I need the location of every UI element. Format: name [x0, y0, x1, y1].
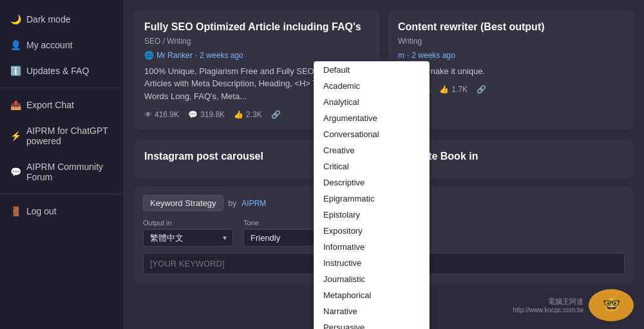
card-seo-author: 🌐 Mr Ranker · 2 weeks ago [144, 51, 370, 60]
thumb-icon: 👍 [234, 110, 243, 119]
sidebar-item-label: AIPRM Community Forum [26, 162, 113, 182]
sidebar-item-updates-faq[interactable]: ℹ️ Updates & FAQ [0, 58, 123, 84]
stat-link: 🔗 [271, 110, 281, 119]
dropdown-item-conversational[interactable]: Conversational [314, 126, 429, 142]
time-label: · [195, 51, 197, 60]
sidebar-item-export-chat[interactable]: 📤 Export Chat [0, 92, 123, 118]
output-wrapper: 繁體中文 ▼ [143, 229, 233, 247]
logout-icon: 🚪 [10, 206, 21, 216]
moon-icon: 🌙 [10, 14, 21, 24]
sidebar-item-label: AIPRM for ChatGPT powered [26, 126, 113, 146]
dropdown-item-epigrammatic[interactable]: Epigrammatic [314, 191, 429, 207]
dropdown-item-informative[interactable]: Informative [314, 239, 429, 255]
sidebar: 🌙 Dark mode 👤 My account ℹ️ Updates & FA… [0, 0, 124, 329]
dropdown-item-critical[interactable]: Critical [314, 158, 429, 174]
user-icon: 👤 [10, 40, 21, 50]
dropdown-item-persuasive[interactable]: Persuasive [314, 319, 429, 329]
card-rewriter-description: ent and make it unique. [398, 65, 623, 78]
time-value: 2 weeks ago [412, 51, 455, 60]
stat-likes: 👍 2.3K [234, 110, 262, 119]
dropdown-item-academic[interactable]: Academic [314, 78, 429, 94]
card-rewriter-stats: 💬 85.7K 👍 1.7K 🔗 [398, 85, 623, 94]
stat-views: 👁 416.9K [144, 110, 179, 119]
stat-comments: 💬 319.8K [188, 110, 225, 119]
watermark-emoji: 🤓 [603, 297, 620, 314]
watermark-container: 電腦王阿達 http://www.kocpc.com.tw 🤓 [513, 289, 634, 321]
keyword-badge: Keyword Strategy [143, 195, 223, 211]
eye-icon: 👁 [144, 110, 152, 119]
sidebar-divider [0, 88, 123, 88]
sidebar-item-label: Export Chat [26, 100, 74, 110]
card-rewriter-category: Writing [398, 37, 623, 46]
output-group: Output in 繁體中文 ▼ [143, 219, 233, 247]
stat-link: 🔗 [477, 85, 486, 94]
link-icon: 🔗 [477, 85, 486, 94]
main-content: Fully SEO Optimized Article including FA… [124, 0, 644, 329]
sidebar-item-label: My account [26, 40, 73, 50]
power-icon: ⚡ [10, 131, 21, 141]
watermark: 電腦王阿達 http://www.kocpc.com.tw 🤓 [513, 289, 634, 321]
comments-value: 319.8K [200, 110, 225, 119]
dropdown-item-epistolary[interactable]: Epistolary [314, 207, 429, 223]
output-select[interactable]: 繁體中文 [143, 229, 233, 247]
card-book-title: omplete Book in [398, 150, 623, 164]
dropdown-item-expository[interactable]: Expository [314, 223, 429, 239]
sidebar-item-dark-mode[interactable]: 🌙 Dark mode [0, 6, 123, 32]
thumb-icon: 👍 [439, 85, 449, 94]
dropdown-item-analytical[interactable]: Analytical [314, 94, 429, 110]
card-rewriter-title: Content rewriter (Best output) [398, 21, 623, 34]
export-icon: 📤 [10, 100, 21, 110]
link-icon: 🔗 [271, 110, 281, 119]
dropdown-item-argumentative[interactable]: Argumentative [314, 110, 429, 126]
views-value: 416.9K [155, 110, 179, 119]
watermark-logo: 🤓 [589, 289, 634, 321]
sidebar-item-community-forum[interactable]: 💬 AIPRM Community Forum [0, 154, 123, 190]
watermark-name: 電腦王阿達 [513, 297, 583, 306]
card-rewriter-author: m · 2 weeks ago [398, 51, 623, 60]
watermark-url: http://www.kocpc.com.tw [513, 306, 583, 314]
output-label: Output in [143, 219, 233, 227]
stat-likes: 👍 1.7K [439, 85, 468, 94]
time-sep: · [407, 51, 409, 60]
dropdown-item-default[interactable]: Default [314, 62, 429, 78]
dropdown-item-creative[interactable]: Creative [314, 142, 429, 158]
card-seo-category: SEO / Writing [144, 37, 370, 46]
sidebar-item-my-account[interactable]: 👤 My account [0, 32, 123, 58]
dropdown-item-instructive[interactable]: Instructive [314, 255, 429, 271]
likes-value: 2.3K [246, 110, 262, 119]
sidebar-item-aiprm-chatgpt[interactable]: ⚡ AIPRM for ChatGPT powered [0, 118, 123, 154]
dropdown-item-journalistic[interactable]: Journalistic [314, 271, 429, 287]
author-name[interactable]: m [398, 51, 404, 60]
writing-style-dropdown[interactable]: Default Academic Analytical Argumentativ… [314, 61, 430, 329]
sidebar-item-label: Dark mode [26, 14, 70, 24]
sidebar-item-log-out[interactable]: 🚪 Log out [0, 198, 123, 224]
info-icon: ℹ️ [10, 66, 21, 76]
dropdown-item-metaphorical[interactable]: Metaphorical [314, 287, 429, 303]
globe-icon: 🌐 [144, 51, 154, 60]
likes-value: 1.7K [451, 85, 468, 94]
dropdown-item-narrative[interactable]: Narrative [314, 303, 429, 319]
sidebar-item-label: Updates & FAQ [26, 66, 89, 76]
dropdown-item-descriptive[interactable]: Descriptive [314, 174, 429, 191]
author-link[interactable]: Mr Ranker [156, 51, 193, 60]
sidebar-divider-2 [0, 194, 123, 194]
sidebar-item-label: Log out [26, 206, 57, 216]
aiprm-link[interactable]: AIPRM [242, 199, 266, 208]
time-value: 2 weeks ago [200, 51, 243, 60]
by-label: by [229, 199, 237, 208]
comment-icon: 💬 [188, 110, 198, 119]
watermark-text-block: 電腦王阿達 http://www.kocpc.com.tw [513, 297, 583, 314]
forum-icon: 💬 [10, 167, 21, 177]
card-seo-title: Fully SEO Optimized Article including FA… [144, 21, 370, 34]
